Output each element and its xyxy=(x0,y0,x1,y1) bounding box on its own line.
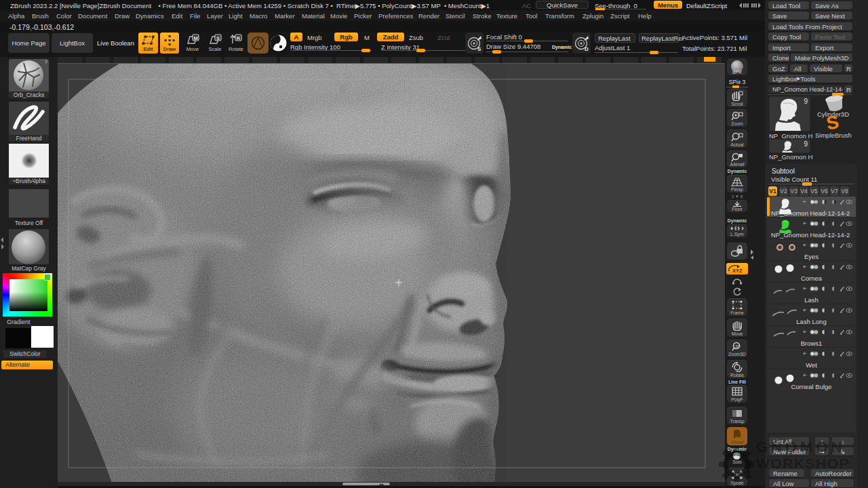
svg-text:XYZ: XYZ xyxy=(732,268,743,274)
svg-text:D: D xyxy=(585,46,589,52)
svg-text:S: S xyxy=(477,46,481,52)
svg-text:M: M xyxy=(193,35,197,41)
svg-text:R: R xyxy=(237,35,241,41)
svg-text:3D: 3D xyxy=(735,344,741,348)
svg-text:S: S xyxy=(216,35,220,41)
